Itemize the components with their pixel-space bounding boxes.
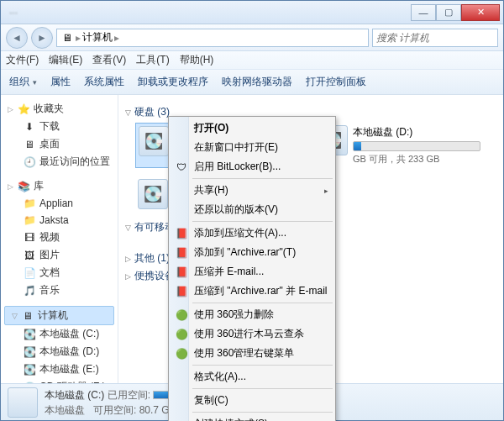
menu-item[interactable]: 🛡启用 BitLocker(B)...	[171, 157, 333, 176]
sidebar-item-pictures[interactable]: 🖼图片	[1, 246, 118, 264]
menu-item[interactable]: 📕添加到压缩文件(A)...	[171, 224, 333, 243]
menu-item-label: 使用 360进行木马云查杀	[194, 327, 304, 341]
search-box[interactable]: 🔍	[372, 29, 498, 47]
menu-item-label: 在新窗口中打开(E)	[194, 140, 278, 155]
drive-icon: 💽	[23, 345, 36, 359]
folder-icon: 📁	[23, 213, 36, 227]
maximize-button[interactable]: ▢	[436, 4, 461, 21]
menu-item[interactable]: 格式化(A)...	[171, 367, 333, 387]
menu-item[interactable]: 创建快捷方式(S)	[171, 414, 333, 421]
menu-item-label: 压缩并 E-mail...	[194, 265, 264, 279]
sidebar-item-jaksta[interactable]: 📁Jaksta	[1, 212, 118, 229]
computer-icon: 🖥	[21, 309, 34, 323]
menu-item-icon: 📕	[174, 247, 189, 259]
sidebar-item-drive-e[interactable]: 💽本地磁盘 (E:)	[1, 360, 118, 378]
menu-item[interactable]: 在新窗口中打开(E)	[171, 138, 333, 157]
menu-item-label: 格式化(A)...	[194, 370, 246, 384]
drive-d-name: 本地磁盘 (D:)	[353, 125, 480, 139]
menu-item-icon: 🟢	[174, 329, 189, 340]
picture-icon: 🖼	[23, 249, 36, 262]
crumb-computer[interactable]: 计算机	[82, 30, 113, 45]
sidebar-item-drive-d[interactable]: 💽本地磁盘 (D:)	[1, 343, 118, 360]
menu-separator	[192, 412, 333, 413]
sidebar-item-videos[interactable]: 🎞视频	[1, 229, 118, 246]
menu-item-icon: 🟢	[174, 348, 189, 360]
tb-properties[interactable]: 属性	[50, 75, 71, 89]
sidebar-item-drive-c[interactable]: 💽本地磁盘 (C:)	[1, 325, 118, 343]
back-button[interactable]: ◄	[6, 27, 28, 49]
toolbar: 组织 属性 系统属性 卸载或更改程序 映射网络驱动器 打开控制面板	[1, 70, 503, 95]
computer-icon: 🖥	[60, 31, 74, 45]
menu-item[interactable]: 📕压缩并 E-mail...	[171, 262, 333, 282]
star-icon: ⭐	[17, 103, 30, 116]
sidebar-comp-header[interactable]: ▽🖥计算机	[4, 306, 114, 325]
menu-item[interactable]: 🟢使用 360强力删除	[171, 305, 333, 324]
crumb-sep: ▸	[76, 32, 81, 44]
menu-item-label: 打开(O)	[194, 121, 228, 135]
desktop-icon: 🖥	[23, 138, 36, 151]
sidebar-item-applian[interactable]: 📁Applian	[1, 195, 118, 212]
drive-icon: 💽	[23, 363, 36, 376]
address-bar[interactable]: 🖥 ▸ 计算机 ▸	[56, 29, 369, 47]
sidebar-item-downloads[interactable]: ⬇下载	[1, 118, 118, 135]
sidebar-computer: ▽🖥计算机 💽本地磁盘 (C:) 💽本地磁盘 (D:) 💽本地磁盘 (E:) 💿…	[1, 306, 118, 383]
menu-item[interactable]: 🟢使用 360进行木马云查杀	[171, 324, 333, 344]
menu-item[interactable]: 打开(O)	[171, 118, 333, 138]
menu-item[interactable]: 📕添加到 "Archive.rar"(T)	[171, 243, 333, 262]
status-drive-icon	[8, 387, 38, 418]
menu-item[interactable]: 还原以前的版本(V)	[171, 200, 333, 219]
drive-d[interactable]: 💽 本地磁盘 (D:) GB 可用，共 233 GB	[315, 123, 483, 168]
sidebar-item-music[interactable]: 🎵音乐	[1, 282, 118, 299]
menu-separator	[192, 365, 333, 366]
menu-item-icon: 📕	[174, 286, 189, 297]
menu-item[interactable]: 共享(H)	[171, 181, 333, 200]
menu-separator	[192, 388, 333, 389]
sidebar-item-desktop[interactable]: 🖥桌面	[1, 135, 118, 153]
drive-d-info: GB 可用，共 233 GB	[353, 153, 480, 166]
music-icon: 🎵	[23, 284, 36, 297]
sidebar: ▷⭐收藏夹 ⬇下载 🖥桌面 🕘最近访问的位置 ▷📚库 📁Applian 📁Jak…	[1, 95, 118, 383]
menu-help[interactable]: 帮助(H)	[180, 53, 214, 67]
menu-item[interactable]: 🟢使用 360管理右键菜单	[171, 344, 333, 363]
menu-edit[interactable]: 编辑(E)	[49, 53, 82, 67]
menu-item-label: 复制(C)	[194, 393, 228, 408]
titlebar: ··· — ▢ ✕	[1, 1, 503, 24]
menu-item-label: 共享(H)	[194, 183, 228, 197]
minimize-button[interactable]: —	[411, 4, 436, 21]
menu-bar: 文件(F) 编辑(E) 查看(V) 工具(T) 帮助(H)	[1, 51, 503, 70]
menu-item[interactable]: 复制(C)	[171, 391, 333, 410]
drive-icon: 💽	[138, 179, 168, 209]
download-icon: ⬇	[23, 120, 36, 134]
tb-organize[interactable]: 组织	[9, 75, 37, 89]
tb-mapdrive[interactable]: 映射网络驱动器	[222, 75, 292, 89]
drive-icon: 💽	[23, 328, 36, 341]
menu-item-label: 压缩到 "Archive.rar" 并 E-mail	[194, 284, 328, 298]
menu-item-icon: 🟢	[174, 309, 189, 321]
context-menu: 打开(O)在新窗口中打开(E)🛡启用 BitLocker(B)...共享(H)还…	[168, 116, 336, 421]
nav-bar: ◄ ► 🖥 ▸ 计算机 ▸ 🔍	[1, 24, 503, 51]
menu-file[interactable]: 文件(F)	[6, 53, 39, 67]
tb-controlpanel[interactable]: 打开控制面板	[306, 75, 366, 89]
menu-item-label: 创建快捷方式(S)	[194, 417, 268, 421]
sidebar-fav-header[interactable]: ▷⭐收藏夹	[1, 100, 118, 118]
menu-view[interactable]: 查看(V)	[92, 53, 126, 67]
menu-item-label: 使用 360强力删除	[194, 308, 274, 322]
menu-item-label: 启用 BitLocker(B)...	[194, 160, 281, 174]
menu-item[interactable]: 📕压缩到 "Archive.rar" 并 E-mail	[171, 282, 333, 301]
tb-uninstall[interactable]: 卸载或更改程序	[138, 75, 208, 89]
menu-separator	[192, 303, 333, 303]
menu-tools[interactable]: 工具(T)	[136, 53, 169, 67]
sidebar-item-documents[interactable]: 📄文档	[1, 264, 118, 282]
tb-sysprops[interactable]: 系统属性	[84, 75, 124, 89]
sidebar-libraries: ▷📚库 📁Applian 📁Jaksta 🎞视频 🖼图片 📄文档 🎵音乐	[1, 177, 118, 299]
close-button[interactable]: ✕	[461, 4, 500, 21]
video-icon: 🎞	[23, 231, 36, 245]
sidebar-lib-header[interactable]: ▷📚库	[1, 177, 118, 195]
recent-icon: 🕘	[23, 155, 36, 169]
window-buttons: — ▢ ✕	[411, 4, 500, 21]
search-input[interactable]	[376, 32, 503, 44]
sidebar-favorites: ▷⭐收藏夹 ⬇下载 🖥桌面 🕘最近访问的位置	[1, 100, 118, 171]
forward-button[interactable]: ►	[31, 27, 53, 49]
menu-item-label: 添加到压缩文件(A)...	[194, 226, 286, 240]
sidebar-item-recent[interactable]: 🕘最近访问的位置	[1, 153, 118, 171]
